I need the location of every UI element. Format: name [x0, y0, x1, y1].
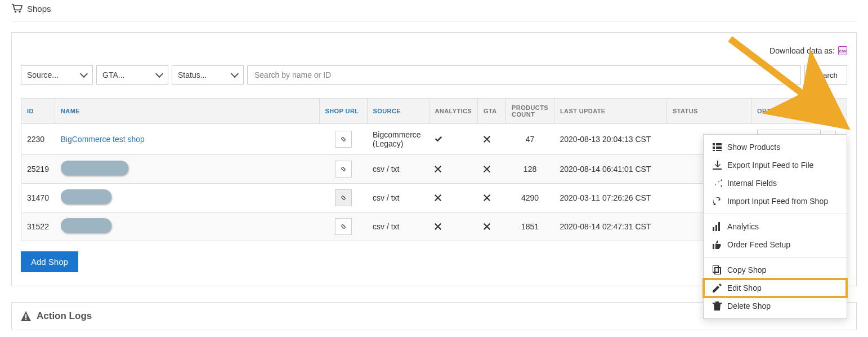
menu-delete-shop-label: Delete Shop — [727, 301, 771, 311]
cell-source: csv / txt — [367, 154, 429, 183]
search-input[interactable] — [247, 65, 801, 85]
svg-rect-8 — [713, 227, 714, 231]
cell-name — [55, 183, 320, 212]
gta-select[interactable]: GTA... — [96, 65, 168, 85]
menu-show-products[interactable]: Show Products — [704, 138, 847, 156]
svg-rect-4 — [713, 147, 715, 149]
download-icon — [713, 161, 722, 170]
shop-url-button[interactable] — [335, 161, 352, 178]
cell-url — [319, 154, 367, 183]
cell-products: 47 — [506, 124, 554, 155]
cell-gta — [478, 183, 506, 212]
menu-internal-fields-label: Internal Fields — [727, 179, 777, 188]
redacted-name — [61, 189, 111, 204]
menu-analytics[interactable]: Analytics — [704, 218, 847, 236]
col-shop-url[interactable]: SHOP URL — [319, 99, 367, 124]
cell-last-update: 2020-08-13 20:04:13 CST — [554, 124, 667, 155]
col-gta: GTA — [478, 99, 506, 124]
menu-copy-shop[interactable]: Copy Shop — [704, 261, 847, 279]
cell-last-update: 2020-08-14 06:41:01 CST — [554, 154, 667, 183]
col-id[interactable]: ID — [21, 99, 55, 124]
col-analytics: ANALYTICS — [429, 99, 478, 124]
svg-rect-9 — [715, 225, 717, 231]
trash-icon — [713, 301, 722, 311]
cell-gta — [478, 154, 506, 183]
redacted-name — [61, 161, 128, 175]
x-icon — [435, 166, 472, 172]
warning-icon — [21, 311, 31, 321]
svg-rect-10 — [718, 222, 720, 231]
cell-analytics — [429, 154, 478, 183]
menu-import-feed[interactable]: Import Input Feed from Shop — [704, 192, 847, 210]
cell-last-update: 2020-03-11 07:26:26 CST — [554, 183, 667, 212]
shop-url-button[interactable] — [335, 218, 352, 235]
cell-products: 4290 — [506, 183, 554, 212]
copy-icon — [713, 265, 722, 274]
menu-edit-shop[interactable]: Edit Shop — [704, 279, 847, 297]
menu-edit-shop-label: Edit Shop — [727, 283, 762, 292]
menu-import-feed-label: Import Input Feed from Shop — [727, 197, 828, 206]
cell-products: 128 — [506, 154, 554, 183]
gta-select-label: GTA... — [102, 70, 124, 79]
add-shop-button[interactable]: Add Shop — [21, 251, 78, 272]
redacted-name — [61, 218, 111, 233]
cell-source: csv / txt — [367, 212, 429, 241]
main-panel: Download data as: csv Source... GTA... S… — [11, 32, 857, 286]
col-products: PRODUCTS COUNT — [506, 99, 554, 124]
svg-point-0 — [15, 11, 16, 12]
col-name[interactable]: NAME — [55, 99, 320, 124]
cell-name — [55, 154, 320, 183]
options-dropdown: Show Products Export Input Feed to File … — [703, 134, 847, 319]
cell-id: 2230 — [21, 124, 55, 155]
shop-name-link[interactable]: BigCommerce test shop — [61, 135, 145, 144]
x-icon — [435, 223, 472, 230]
cell-id: 31522 — [21, 212, 55, 241]
edit-icon — [713, 283, 722, 292]
menu-divider — [704, 257, 847, 258]
check-icon — [435, 135, 472, 143]
status-select[interactable]: Status... — [172, 65, 244, 85]
svg-point-1 — [19, 11, 20, 12]
cell-source: Bigcommerce (Legacy) — [367, 124, 429, 155]
col-source[interactable]: SOURCE — [367, 99, 429, 124]
svg-rect-7 — [716, 150, 722, 151]
list-icon — [713, 143, 722, 152]
page-title: Shops — [27, 4, 51, 14]
shop-url-button[interactable] — [335, 131, 352, 148]
source-select[interactable]: Source... — [21, 65, 93, 85]
cell-last-update: 2020-08-14 02:47:31 CST — [554, 212, 667, 241]
menu-export-feed-label: Export Input Feed to File — [727, 161, 813, 170]
x-icon — [484, 136, 500, 143]
shop-url-button[interactable] — [335, 189, 352, 206]
cell-source: csv / txt — [367, 183, 429, 212]
svg-rect-3 — [716, 143, 722, 145]
cart-icon — [11, 3, 23, 14]
shuffle-icon — [713, 179, 722, 188]
cell-analytics — [429, 124, 478, 155]
menu-analytics-label: Analytics — [727, 222, 759, 231]
cell-url — [319, 124, 367, 155]
x-icon — [484, 194, 500, 201]
menu-internal-fields[interactable]: Internal Fields — [704, 174, 847, 192]
action-logs-title: Action Logs — [37, 311, 92, 322]
cell-name: BigCommerce test shop — [55, 124, 320, 155]
status-select-label: Status... — [178, 70, 207, 79]
csv-icon[interactable]: csv — [838, 46, 847, 55]
cell-name — [55, 212, 320, 241]
cell-id: 31470 — [21, 183, 55, 212]
thumbs-up-icon — [713, 240, 722, 249]
cell-gta — [478, 124, 506, 155]
bars-icon — [713, 222, 722, 231]
menu-delete-shop[interactable]: Delete Shop — [704, 297, 847, 315]
cell-gta — [478, 212, 506, 241]
menu-show-products-label: Show Products — [727, 143, 780, 152]
menu-order-feed[interactable]: Order Feed Setup — [704, 236, 847, 254]
cell-analytics — [429, 183, 478, 212]
download-label: Download data as: — [769, 46, 835, 55]
menu-divider — [704, 214, 847, 214]
cell-products: 1851 — [506, 212, 554, 241]
svg-rect-5 — [716, 147, 722, 149]
x-icon — [435, 194, 472, 201]
menu-export-feed[interactable]: Export Input Feed to File — [704, 156, 847, 174]
search-button[interactable]: Search — [804, 65, 847, 85]
